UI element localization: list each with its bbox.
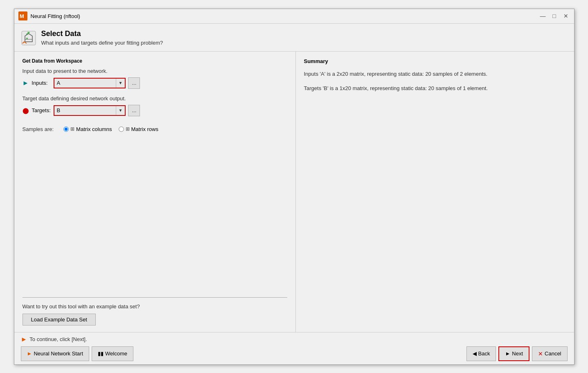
matrix-columns-option[interactable]: ⊞ Matrix columns — [63, 126, 112, 132]
minimize-button[interactable]: — — [539, 12, 547, 20]
targets-icon: ⬤ — [23, 107, 29, 114]
matrix-rows-option[interactable]: ⊞ Matrix rows — [119, 126, 158, 132]
matrix-columns-label: Matrix columns — [76, 126, 112, 132]
targets-ellipsis-button[interactable]: ... — [128, 105, 140, 116]
matrix-rows-label: Matrix rows — [131, 126, 158, 132]
welcome-icon: ▮▮ — [98, 350, 104, 357]
right-nav-buttons: ◀ Back ► Next ✕ Cancel — [466, 346, 568, 361]
targets-summary: Targets 'B' is a 1x20 matrix, representi… — [304, 84, 566, 93]
hint-row: ► To continue, click [Next]. — [21, 336, 568, 343]
load-example-button[interactable]: Load Example Data Set — [23, 314, 96, 326]
summary-title: Summary — [304, 58, 566, 64]
inputs-dropdown-container: A ▼ — [54, 78, 126, 88]
example-section: Want to try out this tool with an exampl… — [23, 297, 287, 326]
samples-row: Samples are: ⊞ Matrix columns ⊞ Matrix r… — [23, 126, 287, 132]
main-body: Get Data from Workspace Input data to pr… — [14, 52, 574, 332]
cancel-button[interactable]: ✕ Cancel — [532, 346, 567, 361]
next-label: Next — [512, 350, 523, 357]
inputs-description: Input data to present to the network. — [23, 68, 287, 74]
matrix-columns-icon: ⊞ — [70, 126, 74, 132]
inputs-row: ► Inputs: A ▼ ... — [23, 77, 287, 89]
targets-dropdown-container: B ▼ — [54, 105, 126, 116]
matrix-rows-icon: ⊞ — [126, 126, 130, 132]
title-bar: M Neural Fitting (nftool) — □ ✕ — [14, 9, 574, 24]
svg-text:M: M — [20, 13, 24, 19]
page-title: Select Data — [41, 29, 163, 38]
bottom-row: ► Neural Network Start ▮▮ Welcome ◀ Back… — [21, 346, 568, 361]
svg-point-5 — [26, 38, 28, 39]
welcome-label: Welcome — [105, 350, 127, 357]
inputs-group: Input data to present to the network. ► … — [23, 68, 287, 89]
window-title: Neural Fitting (nftool) — [31, 13, 539, 19]
inputs-icon: ► — [23, 79, 29, 87]
targets-select[interactable]: B — [54, 106, 116, 115]
header-section: Select Data What inputs and targets defi… — [14, 24, 574, 52]
inputs-label: Inputs: — [32, 80, 47, 86]
right-panel: Summary Inputs 'A' is a 2x20 matrix, rep… — [296, 52, 574, 332]
header-text: Select Data What inputs and targets defi… — [41, 29, 163, 46]
example-text: Want to try out this tool with an exampl… — [23, 303, 287, 310]
inputs-ellipsis-button[interactable]: ... — [128, 77, 140, 89]
inputs-label-group: ► Inputs: — [23, 79, 51, 87]
hint-arrow-icon: ► — [21, 336, 27, 343]
welcome-button[interactable]: ▮▮ Welcome — [92, 346, 133, 361]
inputs-select[interactable]: A — [54, 79, 116, 88]
neural-network-start-button[interactable]: ► Neural Network Start — [21, 346, 90, 361]
inputs-dropdown-arrow[interactable]: ▼ — [116, 79, 125, 88]
close-button[interactable]: ✕ — [562, 12, 570, 20]
matrix-rows-radio[interactable] — [119, 127, 124, 132]
back-icon: ◀ — [473, 350, 477, 357]
cancel-label: Cancel — [545, 350, 561, 357]
matrix-columns-radio[interactable] — [63, 127, 69, 132]
targets-label-group: ⬤ Targets: — [23, 107, 51, 114]
targets-description: Target data defining desired network out… — [23, 95, 287, 102]
targets-dropdown-arrow[interactable]: ▼ — [116, 106, 125, 115]
left-panel: Get Data from Workspace Input data to pr… — [14, 52, 296, 332]
back-label: Back — [478, 350, 490, 357]
hint-text: To continue, click [Next]. — [29, 336, 87, 342]
samples-label: Samples are: — [23, 126, 54, 132]
cancel-icon: ✕ — [538, 350, 543, 357]
section-label: Get Data from Workspace — [23, 58, 287, 64]
window-controls: — □ ✕ — [539, 12, 570, 20]
header-icon — [21, 30, 36, 47]
targets-group: Target data defining desired network out… — [23, 95, 287, 116]
targets-label: Targets: — [32, 107, 51, 113]
maximize-button[interactable]: □ — [550, 12, 559, 20]
main-window: M Neural Fitting (nftool) — □ ✕ Select — [14, 9, 574, 365]
next-button[interactable]: ► Next — [498, 346, 529, 361]
app-icon: M — [18, 11, 27, 20]
page-subtitle: What inputs and targets define your fitt… — [41, 40, 163, 46]
bottom-bar: ► To continue, click [Next]. ► Neural Ne… — [14, 332, 574, 364]
neural-network-start-icon: ► — [27, 350, 32, 357]
next-icon: ► — [505, 350, 510, 357]
back-button[interactable]: ◀ Back — [466, 346, 496, 361]
inputs-summary: Inputs 'A' is a 2x20 matrix, representin… — [304, 70, 566, 78]
left-nav-buttons: ► Neural Network Start ▮▮ Welcome — [21, 346, 133, 361]
targets-row: ⬤ Targets: B ▼ ... — [23, 105, 287, 116]
neural-network-start-label: Neural Network Start — [34, 350, 83, 357]
